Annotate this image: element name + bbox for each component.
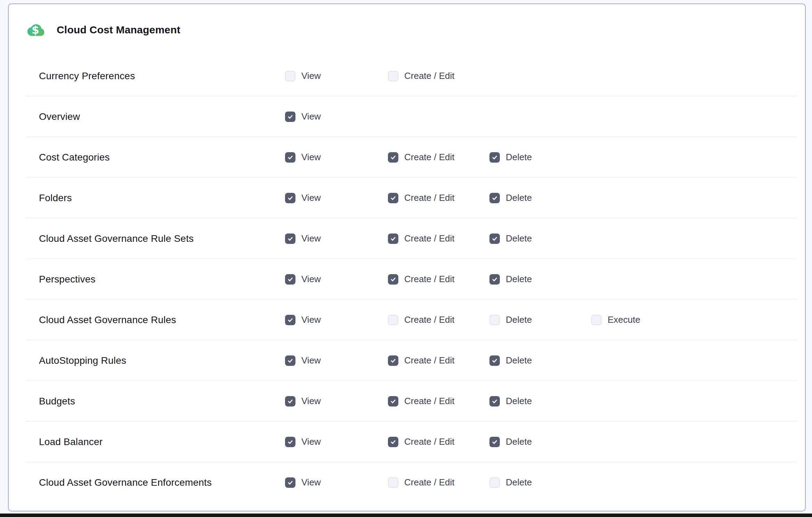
resource-label: AutoStopping Rules (39, 355, 285, 366)
checkbox-delete[interactable] (489, 233, 500, 244)
permission-create-edit[interactable]: Create / Edit (388, 355, 489, 366)
checkbox-create-edit[interactable] (388, 71, 398, 81)
permission-create-edit[interactable]: Create / Edit (388, 436, 489, 447)
permission-create-edit[interactable]: Create / Edit (388, 152, 489, 163)
permission-label: Create / Edit (404, 192, 455, 203)
checkbox-delete[interactable] (489, 193, 500, 203)
checkbox-delete[interactable] (489, 274, 500, 285)
checkbox-view[interactable] (285, 477, 295, 488)
check-icon (390, 235, 397, 242)
checkbox-create-edit[interactable] (388, 315, 398, 325)
permission-label: View (301, 314, 321, 325)
permission-create-edit[interactable]: Create / Edit (388, 192, 489, 203)
resource-label: Folders (39, 192, 285, 204)
checkbox-create-edit[interactable] (388, 396, 398, 407)
check-icon (287, 398, 294, 405)
permission-label: Create / Edit (404, 233, 455, 244)
checkbox-view[interactable] (285, 233, 295, 244)
table-row: Load Balancer View Create / Edit Delete (9, 421, 805, 462)
permission-label: Delete (506, 355, 532, 366)
permission-view[interactable]: View (285, 477, 388, 488)
permission-delete[interactable]: Delete (489, 477, 591, 488)
resource-label: Currency Preferences (39, 71, 285, 82)
checkbox-delete[interactable] (489, 437, 500, 447)
checkbox-create-edit[interactable] (388, 477, 398, 488)
permission-view[interactable]: View (285, 355, 388, 366)
permission-execute[interactable]: Execute (591, 314, 805, 325)
checkbox-view[interactable] (285, 355, 295, 366)
checkbox-view[interactable] (285, 315, 295, 325)
checkbox-view[interactable] (285, 152, 295, 163)
permission-delete[interactable]: Delete (489, 314, 591, 325)
permission-view[interactable]: View (285, 396, 388, 407)
checkbox-create-edit[interactable] (388, 193, 398, 203)
permission-create-edit[interactable]: Create / Edit (388, 233, 489, 244)
permission-delete[interactable]: Delete (489, 233, 591, 244)
checkbox-delete[interactable] (489, 355, 500, 366)
permission-label: Delete (506, 396, 532, 407)
permission-label: View (301, 71, 321, 81)
table-row: Folders View Create / Edit Delete (9, 178, 805, 218)
table-row: Cloud Asset Governance Rule Sets View Cr… (9, 218, 805, 259)
permission-delete[interactable]: Delete (489, 355, 591, 366)
table-row: Budgets View Create / Edit Delete (9, 381, 805, 421)
permission-create-edit[interactable]: Create / Edit (388, 477, 489, 488)
permission-delete[interactable]: Delete (489, 274, 591, 285)
check-icon (287, 195, 294, 202)
check-icon (287, 479, 294, 486)
permission-label: View (301, 192, 321, 203)
checkbox-create-edit[interactable] (388, 152, 398, 163)
permission-label: View (301, 355, 321, 366)
permission-label: Delete (506, 192, 532, 203)
table-row: Perspectives View Create / Edit Delete (9, 259, 805, 299)
check-icon (491, 276, 498, 283)
permission-create-edit[interactable]: Create / Edit (388, 314, 489, 325)
checkbox-create-edit[interactable] (388, 355, 398, 366)
permission-delete[interactable]: Delete (489, 192, 591, 203)
table-row: Cloud Asset Governance Enforcements View… (9, 462, 805, 503)
checkbox-delete[interactable] (489, 477, 500, 488)
checkbox-view[interactable] (285, 437, 295, 447)
permission-view[interactable]: View (285, 152, 388, 163)
checkbox-view[interactable] (285, 71, 295, 81)
permission-label: View (301, 274, 321, 285)
checkbox-create-edit[interactable] (388, 274, 398, 285)
permission-create-edit[interactable]: Create / Edit (388, 274, 489, 285)
checkbox-delete[interactable] (489, 315, 500, 325)
permission-view[interactable]: View (285, 233, 388, 244)
resource-label: Cloud Asset Governance Rules (39, 314, 285, 326)
resource-label: Cloud Asset Governance Enforcements (39, 477, 285, 488)
permission-create-edit[interactable]: Create / Edit (388, 396, 489, 407)
permission-view[interactable]: View (285, 71, 388, 81)
permission-delete[interactable]: Delete (489, 436, 591, 447)
resource-label: Budgets (39, 396, 285, 407)
checkbox-execute[interactable] (591, 315, 602, 325)
permission-label: Create / Edit (404, 152, 455, 163)
cloud-dollar-icon: $ (27, 22, 46, 38)
permission-delete[interactable]: Delete (489, 152, 591, 163)
permission-view[interactable]: View (285, 192, 388, 203)
permission-create-edit[interactable]: Create / Edit (388, 71, 489, 81)
check-icon (491, 235, 498, 242)
checkbox-delete[interactable] (489, 396, 500, 407)
permission-view[interactable]: View (285, 314, 388, 325)
checkbox-view[interactable] (285, 396, 295, 407)
permission-view[interactable]: View (285, 274, 388, 285)
permission-label: Delete (506, 274, 532, 285)
permission-delete[interactable]: Delete (489, 396, 591, 407)
checkbox-create-edit[interactable] (388, 233, 398, 244)
check-icon (390, 398, 397, 405)
permission-view[interactable]: View (285, 436, 388, 447)
checkbox-create-edit[interactable] (388, 437, 398, 447)
check-icon (287, 113, 294, 120)
check-icon (491, 357, 498, 364)
permission-label: Delete (506, 314, 532, 325)
checkbox-delete[interactable] (489, 152, 500, 163)
check-icon (491, 154, 498, 161)
permission-label: Create / Edit (404, 274, 455, 285)
permission-view[interactable]: View (285, 111, 388, 122)
checkbox-view[interactable] (285, 274, 295, 285)
check-icon (491, 438, 498, 445)
checkbox-view[interactable] (285, 193, 295, 203)
checkbox-view[interactable] (285, 112, 295, 122)
